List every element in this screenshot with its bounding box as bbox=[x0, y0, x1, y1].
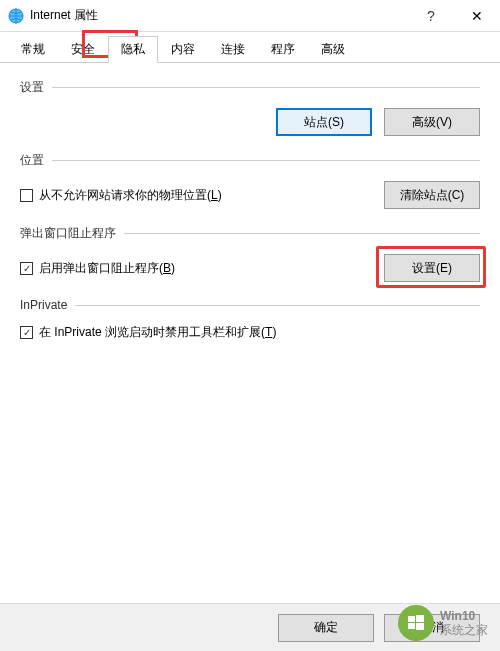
tab-programs[interactable]: 程序 bbox=[258, 36, 308, 62]
svg-rect-2 bbox=[416, 615, 424, 622]
location-checkbox-label: 从不允许网站请求你的物理位置(L) bbox=[39, 187, 222, 204]
divider bbox=[52, 87, 480, 88]
tab-privacy[interactable]: 隐私 bbox=[108, 36, 158, 63]
divider bbox=[52, 160, 480, 161]
section-settings: 设置 bbox=[20, 79, 480, 96]
location-checkbox-row[interactable]: 从不允许网站请求你的物理位置(L) bbox=[20, 187, 222, 204]
popup-row: 启用弹出窗口阻止程序(B) 设置(E) bbox=[20, 254, 480, 282]
tab-strip: 常规 安全 隐私 内容 连接 程序 高级 bbox=[0, 32, 500, 63]
divider bbox=[75, 305, 480, 306]
section-popup-label: 弹出窗口阻止程序 bbox=[20, 225, 116, 242]
ok-button[interactable]: 确定 bbox=[278, 614, 374, 642]
inprivate-checkbox-row[interactable]: 在 InPrivate 浏览启动时禁用工具栏和扩展(T) bbox=[20, 324, 276, 341]
popup-checkbox[interactable] bbox=[20, 262, 33, 275]
tab-advanced[interactable]: 高级 bbox=[308, 36, 358, 62]
svg-rect-1 bbox=[408, 616, 415, 622]
help-button[interactable]: ? bbox=[408, 0, 454, 32]
watermark-logo bbox=[398, 605, 434, 641]
section-inprivate: InPrivate bbox=[20, 298, 480, 312]
svg-rect-3 bbox=[408, 623, 415, 629]
section-popup: 弹出窗口阻止程序 bbox=[20, 225, 480, 242]
content-pane: 设置 站点(S) 高级(V) 位置 从不允许网站请求你的物理位置(L) 清除站点… bbox=[0, 63, 500, 365]
divider bbox=[124, 233, 480, 234]
location-row: 从不允许网站请求你的物理位置(L) 清除站点(C) bbox=[20, 181, 480, 209]
section-settings-label: 设置 bbox=[20, 79, 44, 96]
clear-sites-button[interactable]: 清除站点(C) bbox=[384, 181, 480, 209]
close-button[interactable]: ✕ bbox=[454, 0, 500, 32]
popup-checkbox-label: 启用弹出窗口阻止程序(B) bbox=[39, 260, 175, 277]
section-location: 位置 bbox=[20, 152, 480, 169]
watermark: Win10 系统之家 bbox=[398, 605, 488, 641]
internet-options-icon bbox=[8, 8, 24, 24]
inprivate-checkbox-label: 在 InPrivate 浏览启动时禁用工具栏和扩展(T) bbox=[39, 324, 276, 341]
settings-button-row: 站点(S) 高级(V) bbox=[20, 108, 480, 136]
tab-general[interactable]: 常规 bbox=[8, 36, 58, 62]
tab-security[interactable]: 安全 bbox=[58, 36, 108, 62]
location-checkbox[interactable] bbox=[20, 189, 33, 202]
inprivate-checkbox[interactable] bbox=[20, 326, 33, 339]
window-title: Internet 属性 bbox=[30, 7, 408, 24]
section-location-label: 位置 bbox=[20, 152, 44, 169]
popup-checkbox-row[interactable]: 启用弹出窗口阻止程序(B) bbox=[20, 260, 175, 277]
watermark-text: Win10 系统之家 bbox=[440, 609, 488, 638]
advanced-button[interactable]: 高级(V) bbox=[384, 108, 480, 136]
tab-content[interactable]: 内容 bbox=[158, 36, 208, 62]
tab-connections[interactable]: 连接 bbox=[208, 36, 258, 62]
inprivate-row: 在 InPrivate 浏览启动时禁用工具栏和扩展(T) bbox=[20, 324, 480, 341]
section-inprivate-label: InPrivate bbox=[20, 298, 67, 312]
popup-settings-button[interactable]: 设置(E) bbox=[384, 254, 480, 282]
svg-rect-4 bbox=[416, 623, 424, 630]
titlebar: Internet 属性 ? ✕ bbox=[0, 0, 500, 32]
sites-button[interactable]: 站点(S) bbox=[276, 108, 372, 136]
